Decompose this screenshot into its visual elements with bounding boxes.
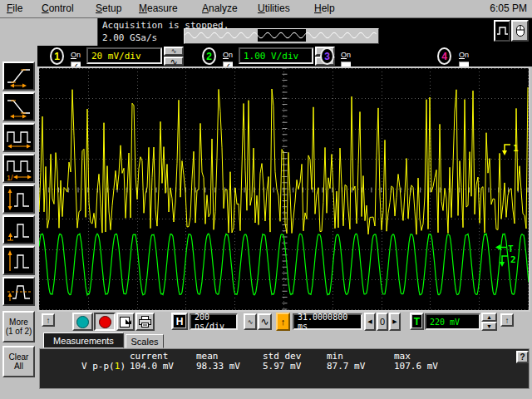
trigger-level-down-button[interactable]: ▼ (481, 322, 497, 331)
up-arrow-icon: ↑ (47, 316, 51, 325)
measure-vaverage-button[interactable] (2, 277, 35, 306)
measurements-panel: current mean std dev min max V p-p(1) 10… (39, 348, 530, 389)
help-button[interactable]: ? (516, 351, 529, 363)
v-peak-to-peak-icon (6, 187, 32, 212)
up-arrow-icon: ↑ (505, 316, 510, 325)
measure-vamplitude-button[interactable] (2, 246, 35, 275)
ch2-marker-label: 2 (510, 254, 516, 265)
center-reference-button[interactable]: 0 (377, 313, 388, 331)
channel-2-scale-field[interactable]: 1.00 V/div (239, 47, 313, 64)
stop-button[interactable] (94, 313, 116, 331)
more-measurements-button[interactable]: More(1 of 2) (2, 311, 35, 342)
trigger-level-field[interactable]: 220 mV (425, 313, 480, 330)
tab-measurements[interactable]: Measurements (43, 332, 124, 348)
ch2-ground-marker[interactable]: 2 (499, 254, 516, 268)
v-min-icon (6, 218, 32, 243)
channel-3-badge[interactable]: 3 (320, 47, 334, 65)
right-triangle-icon: ▶ (392, 318, 397, 325)
measurement-max: 107.6 mV (394, 361, 438, 372)
frequency-icon: 1/ (6, 156, 32, 181)
trigger-label: T (412, 315, 421, 328)
left-arrow-icon (495, 244, 507, 251)
run-button[interactable] (72, 313, 93, 331)
trigger-level-up-button[interactable]: ▲ (481, 313, 497, 322)
measurement-current: 104.0 mV (130, 361, 174, 372)
oscilloscope-app: File Control Setup Measure Analyze Utili… (0, 0, 532, 399)
scroll-up-right-button[interactable]: ↑ (500, 313, 514, 327)
graticule (39, 68, 529, 310)
bent-down-arrow-icon (501, 143, 512, 157)
trigger-level-marker[interactable]: T (495, 244, 514, 254)
run-icon (76, 316, 89, 328)
menu-analyze[interactable]: Analyze (202, 2, 238, 14)
measure-period-button[interactable] (2, 123, 35, 152)
pan-right-button[interactable]: ▶ (389, 313, 401, 331)
measurement-stddev: 5.97 mV (263, 361, 301, 372)
horizontal-position-field[interactable]: 31.0000800 ms (293, 313, 362, 330)
sample-rate: 2.00 GSa/s (102, 32, 157, 43)
channel-1-scale-down-button[interactable]: ∿ (164, 57, 184, 66)
menu-bar: File Control Setup Measure Analyze Utili… (0, 0, 532, 18)
status-panel: Acquisition is stopped. 2.00 GSa/s (97, 18, 532, 46)
channel-1-badge[interactable]: 1 (50, 47, 64, 65)
memory-bar[interactable] (184, 28, 379, 44)
channel-1-scale-spinner: ∿ ∿ (164, 47, 184, 66)
copy-screen-icon (119, 316, 132, 328)
horizontal-settings-button[interactable]: H (171, 313, 188, 330)
printer-icon (138, 315, 152, 328)
trigger-settings-button[interactable]: T (410, 313, 424, 330)
h-zoom-out-button[interactable]: ∿ (244, 313, 257, 330)
pulse-icon (495, 22, 509, 40)
pulse-mode-button[interactable] (494, 20, 510, 42)
menu-help[interactable]: Help (314, 2, 335, 14)
trigger-position-button[interactable]: ↑ (276, 313, 290, 331)
up-triangle-icon: ▲ (486, 314, 492, 320)
menu-measure[interactable]: Measure (139, 2, 178, 14)
waveform-display[interactable]: 1 T 2 (37, 66, 530, 312)
trigger-marker-label: T (508, 244, 514, 254)
measure-rise-time-button[interactable] (2, 62, 35, 91)
copy-screen-button[interactable] (116, 313, 135, 331)
measurement-row-label: V p-p(1) (81, 361, 126, 372)
mouse-icon (514, 24, 526, 38)
ch1-marker-label: 1 (513, 143, 519, 154)
sine-small-icon: ∿ (248, 318, 254, 326)
svg-text:1/: 1/ (7, 174, 13, 181)
v-amplitude-icon (6, 249, 32, 273)
scroll-up-left-button[interactable]: ↑ (42, 313, 55, 327)
clock: 6:05 PM (490, 2, 527, 14)
pan-left-button[interactable]: ◀ (364, 313, 376, 331)
channel-2-badge[interactable]: 2 (202, 47, 216, 65)
horizontal-label: H (174, 315, 185, 328)
zero-label: 0 (380, 317, 385, 327)
channel-1-scale-field[interactable]: 20 mV/div (86, 47, 162, 64)
measure-fall-time-button[interactable] (2, 92, 35, 121)
fall-time-icon (6, 95, 32, 120)
bent-down-arrow-icon (499, 254, 510, 268)
rise-time-icon (6, 64, 32, 89)
sine-small-icon: ∿ (171, 48, 177, 55)
menu-control[interactable]: Control (42, 2, 74, 14)
measure-vpp-button[interactable] (2, 185, 35, 214)
h-zoom-in-button[interactable]: ∿ (258, 313, 272, 330)
tab-scales[interactable]: Scales (126, 334, 164, 348)
stop-icon (99, 316, 111, 328)
measure-frequency-button[interactable]: 1/ (2, 154, 35, 183)
menu-setup[interactable]: Setup (96, 2, 121, 14)
menu-utilities[interactable]: Utilities (258, 2, 290, 14)
down-triangle-icon: ▼ (486, 323, 492, 329)
channel-1-scale-up-button[interactable]: ∿ (164, 47, 184, 56)
clear-all-button[interactable]: ClearAll (2, 346, 35, 377)
ch1-ground-marker[interactable]: 1 (501, 143, 519, 157)
sine-large-icon: ∿ (260, 316, 268, 328)
trigger-position-up-arrow-icon: ↑ (281, 317, 286, 327)
channel-2-on-label: On (223, 52, 233, 59)
print-button[interactable] (135, 313, 155, 331)
horizontal-scale-field[interactable]: 200 ns/div (190, 313, 238, 330)
mouse-mode-button[interactable] (511, 20, 529, 42)
measure-vmin-button[interactable] (2, 215, 35, 244)
menu-file[interactable]: File (7, 2, 22, 14)
measure-sidebar: 1/ (0, 18, 37, 399)
channel-4-badge[interactable]: 4 (437, 47, 451, 65)
channel-1-on-label: On (71, 52, 81, 59)
